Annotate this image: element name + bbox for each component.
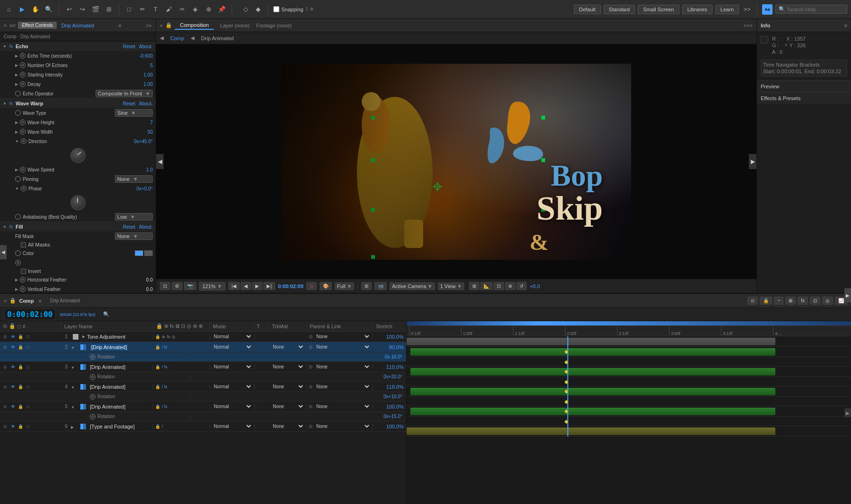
color-swatch-blue[interactable] bbox=[135, 250, 143, 256]
wave-height-stopwatch[interactable]: ⊙ bbox=[20, 120, 26, 125]
layer-5-rot-val[interactable]: 0x+15.0° bbox=[383, 414, 402, 419]
echo-time-val[interactable]: -0.600 bbox=[134, 53, 153, 59]
snapshot-btn[interactable]: 📷 bbox=[184, 282, 196, 290]
starting-intensity-expand[interactable]: ▶ bbox=[15, 73, 18, 77]
tl-draftmode-btn[interactable]: ⊠ bbox=[785, 297, 796, 305]
layer-2-rot-stopwatch[interactable]: ⊙ bbox=[90, 354, 96, 360]
layer-3-stretch-val[interactable]: 110.0% bbox=[386, 364, 404, 370]
layer-5-expand[interactable]: ▼ bbox=[71, 404, 78, 410]
text-tool[interactable]: T bbox=[150, 4, 161, 15]
phase-stopwatch[interactable]: ⊙ bbox=[21, 186, 26, 191]
layer-4-lock[interactable]: 🔒 bbox=[17, 384, 24, 390]
tl-lock-btn[interactable]: 🔒 bbox=[760, 297, 772, 305]
layer-5-mode-select[interactable]: Normal bbox=[212, 403, 252, 410]
echo-about-btn[interactable]: About. bbox=[139, 44, 153, 49]
layer-6-shy[interactable]: □ bbox=[25, 423, 31, 430]
camera-dropdown[interactable]: Active Camera ▼ bbox=[390, 282, 435, 290]
echo-header[interactable]: ▼ fx Echo Reset About. bbox=[0, 42, 156, 51]
zoom-tool[interactable]: 🔍 bbox=[43, 4, 54, 15]
puppet-tool2[interactable]: ◆ bbox=[253, 4, 263, 15]
layer-4-expand[interactable]: ▼ bbox=[71, 384, 78, 390]
comp-settings-btn[interactable]: ⚙ bbox=[172, 282, 182, 290]
panel-menu-icon[interactable]: ≡ bbox=[118, 23, 121, 28]
layer-1-collapse[interactable]: ⊕ bbox=[162, 334, 165, 339]
layer-5-shy[interactable]: □ bbox=[25, 403, 31, 410]
layer-3-trkmat-select[interactable]: None bbox=[271, 364, 304, 370]
timeline-menu[interactable]: ≡ bbox=[39, 298, 42, 304]
invert-checkbox[interactable] bbox=[21, 269, 26, 274]
layer-2-parent-select[interactable]: None bbox=[314, 344, 371, 350]
time-display[interactable]: 0:00:02:00 bbox=[4, 308, 56, 320]
timeline-close[interactable]: × bbox=[4, 298, 7, 304]
wave-width-stopwatch[interactable]: ⊙ bbox=[20, 129, 26, 135]
refresh-btn[interactable]: ↺ bbox=[516, 282, 527, 290]
wave-warp-about-btn[interactable]: About. bbox=[139, 101, 153, 106]
comp-subtab-drip[interactable]: Drip Animated bbox=[198, 34, 236, 42]
brush-tool[interactable]: 🖌 bbox=[164, 4, 174, 15]
workspace-small[interactable]: Small Screen bbox=[638, 5, 679, 14]
layer-5-video[interactable]: 👁 bbox=[9, 403, 16, 410]
layer-5-stretch-val[interactable]: 100.0% bbox=[386, 404, 404, 410]
layer-4-shy[interactable]: □ bbox=[25, 384, 31, 390]
tl-motion-btn[interactable]: ◎ bbox=[822, 297, 833, 305]
layer-6-fx-icon[interactable]: / bbox=[162, 424, 163, 429]
wave-speed-val[interactable]: 1.0 bbox=[134, 167, 153, 172]
tl-shy-btn[interactable]: ~ bbox=[774, 297, 783, 305]
timeline-lock[interactable]: 🔒 bbox=[9, 298, 16, 304]
layer-4-lock2[interactable]: 🔒 bbox=[155, 384, 160, 389]
layer-4-rot-stopwatch[interactable]: ⊙ bbox=[90, 394, 96, 400]
layer-1-stretch-val[interactable]: 100.0% bbox=[386, 334, 404, 340]
echo-operator-dropdown[interactable]: Composite In Front ▼ bbox=[96, 90, 153, 97]
decay-stopwatch[interactable]: ⊙ bbox=[20, 81, 26, 87]
wave-speed-expand[interactable]: ▶ bbox=[15, 168, 18, 172]
layer-2-fx-icon[interactable]: / fx bbox=[162, 345, 167, 350]
layer-5-parent-select[interactable]: None bbox=[314, 403, 371, 410]
layer-3-lock[interactable]: 🔒 bbox=[17, 364, 24, 370]
layer-3-solo[interactable]: ⊙ bbox=[2, 364, 9, 370]
phase-val[interactable]: 0x+0.0° bbox=[134, 186, 153, 191]
layer-3-video[interactable]: 👁 bbox=[9, 364, 16, 370]
layer-6-parent-select[interactable]: None bbox=[314, 423, 371, 429]
footer-zoom-btn[interactable]: 121% ▼ bbox=[199, 282, 226, 290]
footer-cam-icon[interactable]: 📹 bbox=[374, 282, 387, 290]
starting-intensity-val[interactable]: 1.00 bbox=[134, 72, 153, 77]
layer-2-lock[interactable]: 🔒 bbox=[17, 344, 24, 350]
layer-5-rot-stopwatch[interactable]: ⊙ bbox=[90, 414, 96, 419]
preview-btn[interactable]: Preview bbox=[757, 80, 851, 92]
layer-4-trkmat-select[interactable]: None bbox=[271, 384, 304, 390]
tab-composition[interactable]: Composition bbox=[175, 21, 213, 30]
layer-3-rot-val[interactable]: 0x+20.0° bbox=[383, 374, 402, 379]
comp-back-btn[interactable]: ◀ bbox=[160, 35, 164, 41]
pen-tool[interactable]: ✏ bbox=[137, 4, 148, 15]
more-workspaces-icon[interactable]: >> bbox=[742, 4, 752, 15]
layer-6-mode-select[interactable]: Normal bbox=[212, 423, 252, 429]
direction-expand[interactable]: ▼ bbox=[15, 139, 19, 144]
rulers-btn[interactable]: 📐 bbox=[480, 282, 493, 290]
layer-1-solo[interactable]: ⊙ bbox=[2, 333, 9, 340]
decay-val[interactable]: 1.00 bbox=[134, 82, 153, 87]
fill-header[interactable]: ▼ fx Fill Reset About. bbox=[0, 222, 156, 231]
viewport-left-arrow[interactable]: ◀ bbox=[156, 154, 164, 169]
workspace-libraries[interactable]: Libraries bbox=[682, 5, 712, 14]
fill-reset-btn[interactable]: Reset bbox=[123, 224, 135, 230]
play-btn[interactable]: ▶ bbox=[252, 282, 262, 290]
layer-2-rot-val[interactable]: 0x-16.0° bbox=[385, 354, 402, 359]
footer-record-btn[interactable]: ⊙ bbox=[306, 282, 317, 290]
workspace-learn[interactable]: Learn bbox=[715, 5, 739, 14]
fill-mask-dropdown[interactable]: None ▼ bbox=[115, 232, 153, 240]
region-btn[interactable]: ⊡ bbox=[160, 282, 170, 290]
layer-1-video[interactable]: 👁 bbox=[9, 333, 16, 340]
eraser-tool[interactable]: ◈ bbox=[190, 4, 200, 15]
layer-2-solo[interactable]: ⊙ bbox=[2, 344, 9, 350]
wave-height-val[interactable]: 7 bbox=[134, 120, 153, 125]
layer-3-lock2[interactable]: 🔒 bbox=[155, 365, 160, 369]
comp-panel-lock[interactable]: 🔒 bbox=[165, 22, 172, 28]
safe-margins-btn[interactable]: ⊡ bbox=[494, 282, 504, 290]
layer-1-shy[interactable]: □ bbox=[25, 333, 31, 340]
vert-feather-stopwatch[interactable]: ⊙ bbox=[20, 286, 26, 292]
grid-btn[interactable]: ⊞ bbox=[469, 282, 479, 290]
echo-time-stopwatch[interactable]: ⊙ bbox=[20, 53, 26, 59]
rect-tool[interactable]: □ bbox=[124, 4, 134, 15]
wave-warp-expand-icon[interactable]: ▼ bbox=[3, 102, 7, 106]
current-time-display[interactable]: 0:00:02:00 bbox=[278, 283, 304, 289]
